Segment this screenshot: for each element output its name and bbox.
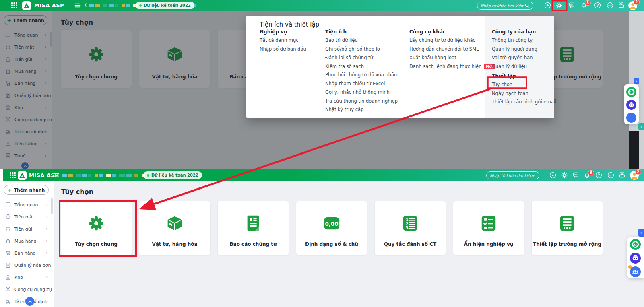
- company-name-masked-prefix: (: [85, 2, 87, 9]
- sidebar-item-tools-supplies[interactable]: Công cụ dụng cụ›: [0, 283, 54, 295]
- misa-ava-button[interactable]: [630, 239, 641, 250]
- help-icon[interactable]: [594, 2, 601, 9]
- menu-item-get-documents-other-data[interactable]: Lấy chứng từ từ dữ liệu khác: [409, 36, 495, 45]
- assistant-tab[interactable]: ›: [638, 229, 644, 237]
- sidebar-item-purchasing[interactable]: Mua hàng›: [0, 235, 54, 247]
- sidebar-item-cash[interactable]: Tiền mặt›: [0, 211, 54, 223]
- brand-name: MISA ASP: [34, 2, 64, 9]
- menu-item-roles-permissions[interactable]: Vai trò quyền hạn: [492, 54, 556, 62]
- misa-logo[interactable]: [22, 1, 31, 10]
- notification-dot: [628, 265, 632, 269]
- data-year-pill[interactable]: Dữ liệu kế toán 2022: [136, 2, 194, 9]
- menu-col-header: Công cụ khác: [409, 27, 495, 36]
- app-launcher-icon[interactable]: [11, 2, 18, 9]
- sidebar-item-invoice-management[interactable]: Quản lý hóa đơn›: [0, 259, 54, 271]
- menu-item-restore-deleted-documents[interactable]: Phục hồi chứng từ đã xóa nhầm: [325, 71, 398, 80]
- menu-item-running-commands[interactable]: Danh sách lệnh đang thực hiệnMới: [409, 62, 495, 71]
- bell-icon[interactable]: 8: [580, 2, 587, 9]
- community-button[interactable]: [630, 266, 641, 277]
- assistant-panel: [624, 84, 639, 124]
- gear-icon[interactable]: [561, 172, 568, 179]
- menu-item-batch-posting[interactable]: Ghi sổ/bỏ ghi sổ theo lô: [325, 45, 398, 54]
- menu-item-data-maintenance[interactable]: Bảo trì dữ liệu: [325, 36, 398, 45]
- avatar[interactable]: 2: [628, 1, 637, 10]
- menu-toggle-icon[interactable]: [53, 172, 60, 179]
- suggestion-box-icon[interactable]: [618, 2, 625, 9]
- search-input[interactable]: Nhập từ khóa tìm kiếm: [486, 171, 539, 179]
- collapse-tab[interactable]: ‹: [638, 123, 644, 130]
- menu-item-posting-date[interactable]: Ngày hạch toán: [492, 89, 556, 98]
- data-year-pill[interactable]: Dữ liệu kế toán 2022: [143, 171, 202, 179]
- menu-item-user-management[interactable]: Quản lý người dùng: [492, 45, 556, 54]
- misa-ava-button[interactable]: [626, 87, 636, 97]
- avatar-badge: 2: [634, 0, 640, 5]
- card-number-format[interactable]: Định dạng số & chữ: [296, 201, 367, 255]
- menu-item-check-books[interactable]: Kiểm tra sổ sách: [325, 62, 398, 71]
- search-input[interactable]: Nhập từ khóa tìm kiếm: [477, 2, 533, 10]
- truck-icon: [5, 299, 11, 304]
- menu-item-excel-reference-import[interactable]: Nhập tham chiếu từ Excel: [325, 80, 398, 89]
- sidebar-item-warehouse[interactable]: Kho›: [0, 271, 54, 283]
- menu-item-company-info[interactable]: Thông tin công ty: [492, 36, 556, 45]
- chevron-right-icon: ›: [46, 227, 48, 231]
- menu-item-sme-conversion-guide[interactable]: Hướng dẫn chuyển đổi từ SME: [409, 45, 495, 54]
- support-bot-button[interactable]: [626, 100, 636, 110]
- bell-icon[interactable]: 8: [584, 172, 590, 179]
- suggestion-box-icon[interactable]: [619, 172, 625, 179]
- chevron-right-icon: ›: [46, 287, 48, 292]
- menu-item-renumber-documents[interactable]: Đánh lại số chứng từ: [325, 54, 398, 62]
- sidebar-scrollbar[interactable]: [51, 198, 53, 214]
- download-icon[interactable]: [549, 172, 556, 179]
- chat-icon[interactable]: [572, 172, 579, 179]
- card-show-hide-operations[interactable]: Ẩn hiện nghiệp vụ: [453, 201, 524, 255]
- card-document-reports[interactable]: Báo cáo chứng từ: [218, 201, 289, 255]
- help-icon[interactable]: [595, 172, 602, 179]
- card-extended-fields[interactable]: Thiết lập trường mở rộng: [532, 201, 603, 255]
- more-icon[interactable]: [607, 2, 613, 9]
- menu-item-opening-balance[interactable]: Nhập số dư ban đầu: [260, 45, 306, 54]
- misa-ava-icon: [626, 87, 636, 97]
- menu-item-bulk-export[interactable]: Xuất khẩu hàng loạt: [409, 54, 495, 62]
- download-icon[interactable]: [544, 2, 551, 9]
- sidebar-item-sales[interactable]: Bán hàng›: [0, 247, 54, 259]
- sidebar-item-overview[interactable]: Tổng quan›: [0, 199, 54, 211]
- settings-dropdown: Tiện ích và thiết lập Nghiệp vụ Tất cả d…: [246, 16, 554, 118]
- card-materials-goods[interactable]: Vật tư, hàng hóa: [139, 201, 210, 255]
- chevron-right-icon: ›: [46, 214, 48, 219]
- search-icon: [534, 173, 536, 178]
- shopping-bag-icon: [5, 238, 11, 244]
- warehouse-icon: [5, 274, 11, 280]
- menu-item-data-management[interactable]: Quản lý dữ liệu: [492, 62, 556, 71]
- card-numbering-rules[interactable]: Quy tắc đánh số CT: [375, 201, 446, 255]
- quick-add-button[interactable]: +Thêm nhanh: [4, 185, 49, 195]
- card-label: Báo cáo chứng từ: [229, 241, 277, 255]
- chat-icon[interactable]: [568, 2, 575, 9]
- chevron-right-icon: ›: [640, 231, 642, 235]
- avatar[interactable]: 2: [630, 171, 639, 180]
- menu-col-header: Nghiệp vụ: [260, 27, 306, 36]
- app-header: MISA ASP ( Dữ liệu kế toán 2022 Nhập từ …: [0, 0, 644, 11]
- card-general-options[interactable]: Tùy chọn chung: [61, 201, 132, 255]
- menu-item-all-categories[interactable]: Tất cả danh mục: [260, 36, 306, 45]
- menu-toggle-icon[interactable]: [74, 2, 81, 9]
- robot-icon: [626, 100, 636, 110]
- chevron-right-icon: ›: [46, 202, 48, 207]
- bank-icon: [5, 226, 11, 232]
- menu-item-options[interactable]: Tùy chọn: [492, 80, 556, 89]
- menu-item-smart-reminders[interactable]: Gợi ý, nhắc nhở thông minh: [325, 88, 398, 97]
- scroll-to-top-button[interactable]: [25, 297, 34, 306]
- support-bot-button[interactable]: [630, 253, 641, 264]
- sidebar-item-deposits[interactable]: Tiền gửi›: [0, 223, 54, 235]
- more-icon[interactable]: [607, 172, 614, 179]
- assistant-tab[interactable]: ›: [634, 78, 639, 84]
- status-dot: [139, 4, 142, 7]
- app-launcher-icon[interactable]: [9, 172, 16, 179]
- menu-item-business-info-lookup[interactable]: Tra cứu thông tin doanh nghiệp: [325, 97, 398, 106]
- menu-item-email-config[interactable]: Thiết lập cấu hình gửi email: [492, 98, 556, 107]
- gear-icon[interactable]: [556, 2, 563, 9]
- card-label: Vật tư, hàng hóa: [152, 241, 197, 255]
- community-button[interactable]: [626, 113, 636, 123]
- menu-item-access-log[interactable]: Nhật ký truy cập: [325, 105, 398, 114]
- misa-logo[interactable]: [18, 171, 27, 180]
- card-label: Thiết lập trường mở rộng: [533, 241, 601, 255]
